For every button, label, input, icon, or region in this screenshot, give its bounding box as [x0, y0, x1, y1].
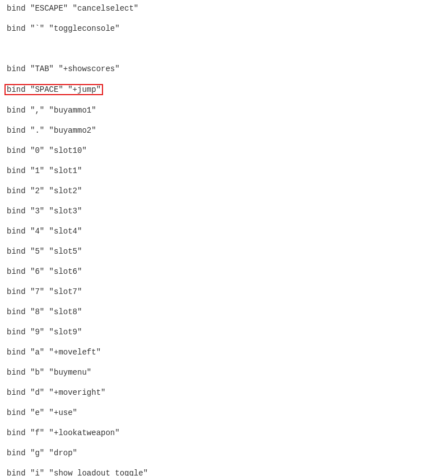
config-line: bind "ESCAPE" "cancelselect": [4, 3, 444, 13]
config-line: bind "e" "+use": [4, 408, 444, 418]
config-line: bind "1" "slot1": [4, 166, 444, 176]
config-line: bind "i" "show_loadout_toggle": [4, 468, 444, 476]
config-line: bind "TAB" "+showscores": [4, 64, 444, 74]
config-line: bind "4" "slot4": [4, 226, 444, 236]
config-line: bind "d" "+moveright": [4, 388, 444, 398]
config-line: bind "6" "slot6": [4, 267, 444, 277]
config-line: bind "2" "slot2": [4, 186, 444, 196]
config-line: bind "f" "+lookatweapon": [4, 428, 444, 438]
highlight-box: bind "SPACE" "+jump": [4, 84, 103, 95]
config-line: bind "b" "buymenu": [4, 367, 444, 377]
config-line: bind "," "buyammo1": [4, 105, 444, 115]
config-line: bind "5" "slot5": [4, 246, 444, 256]
config-line: bind "7" "slot7": [4, 287, 444, 297]
config-code-block: bind "ESCAPE" "cancelselect" bind "`" "t…: [4, 3, 444, 476]
config-line: bind "3" "slot3": [4, 206, 444, 216]
config-line: bind "a" "+moveleft": [4, 347, 444, 357]
config-line: bind "8" "slot8": [4, 307, 444, 317]
config-line-highlighted: bind "SPACE" "+jump": [4, 84, 444, 95]
config-line: bind "0" "slot10": [4, 146, 444, 156]
config-line: bind "`" "toggleconsole": [4, 24, 444, 34]
config-line: [4, 44, 444, 54]
config-line: bind "." "buyammo2": [4, 125, 444, 136]
config-line: bind "g" "drop": [4, 448, 444, 458]
config-line: bind "9" "slot9": [4, 327, 444, 337]
